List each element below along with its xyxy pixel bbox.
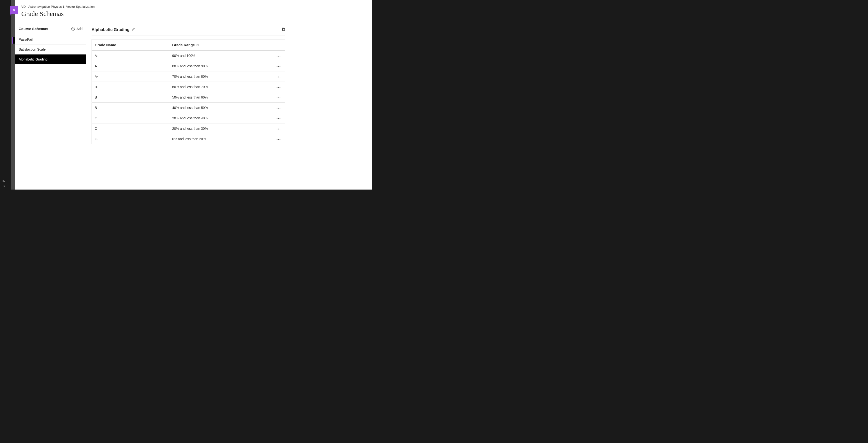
- sidebar-item-schema[interactable]: Alphabetic Grading: [15, 55, 86, 64]
- page-title: Grade Schemas: [21, 10, 366, 18]
- grade-name-cell: A: [92, 61, 169, 71]
- add-schema-button[interactable]: Add: [71, 27, 83, 31]
- svg-point-10: [280, 77, 280, 77]
- grade-name-cell: C-: [92, 134, 169, 144]
- grade-range-cell: 20% and less than 30%: [169, 123, 285, 134]
- table-row: C20% and less than 30%: [92, 123, 285, 134]
- grade-range-text: 40% and less than 50%: [172, 106, 208, 110]
- dots-horizontal-icon: [276, 97, 281, 98]
- copy-icon: [281, 27, 285, 31]
- dots-horizontal-icon: [276, 56, 281, 57]
- svg-point-2: [277, 56, 278, 57]
- svg-point-9: [278, 77, 279, 77]
- grade-table: Grade Name Grade Range % A+90% and 100%A…: [92, 39, 285, 144]
- dots-horizontal-icon: [276, 87, 281, 88]
- row-actions-button[interactable]: [275, 95, 282, 99]
- grade-range-text: 30% and less than 40%: [172, 116, 208, 120]
- grade-name-cell: B-: [92, 103, 169, 113]
- svg-point-25: [280, 129, 280, 129]
- pencil-icon: [131, 27, 135, 31]
- breadcrumb: VD - Astronavigation Physics 1: Vector S…: [21, 5, 366, 8]
- sidebar-item-schema[interactable]: Satisfaction Scale: [15, 44, 86, 55]
- sidebar-item-schema[interactable]: Pass/Fail: [15, 35, 86, 44]
- content-area: Alphabetic Grading: [86, 22, 372, 190]
- svg-point-12: [278, 87, 279, 88]
- panel-shadow: [11, 0, 15, 190]
- row-actions-button[interactable]: [275, 54, 282, 58]
- dots-horizontal-icon: [276, 107, 281, 109]
- grade-range-cell: 40% and less than 50%: [169, 103, 285, 113]
- grade-range-text: 20% and less than 30%: [172, 127, 208, 130]
- svg-point-20: [277, 118, 278, 119]
- content-title: Alphabetic Grading: [92, 27, 130, 32]
- grade-range-cell: 30% and less than 40%: [169, 113, 285, 123]
- table-row: C+30% and less than 40%: [92, 113, 285, 123]
- background-nav-icons: [3, 25, 8, 155]
- grade-name-cell: C+: [92, 113, 169, 123]
- grade-name-cell: C: [92, 123, 169, 134]
- copy-schema-button[interactable]: [281, 27, 285, 32]
- svg-point-14: [277, 98, 278, 98]
- row-actions-button[interactable]: [275, 106, 282, 110]
- svg-point-11: [277, 87, 278, 88]
- grade-range-text: 80% and less than 90%: [172, 64, 208, 68]
- table-row: B50% and less than 60%: [92, 92, 285, 103]
- table-row: A80% and less than 90%: [92, 61, 285, 71]
- svg-point-26: [277, 139, 278, 140]
- grade-range-text: 50% and less than 60%: [172, 95, 208, 99]
- content-header: Alphabetic Grading: [92, 27, 285, 36]
- svg-point-4: [280, 56, 280, 57]
- table-row: B+60% and less than 70%: [92, 82, 285, 92]
- row-actions-button[interactable]: [275, 127, 282, 130]
- svg-rect-1: [283, 29, 285, 31]
- selected-nav-indicator: [12, 37, 15, 43]
- grade-range-cell: 50% and less than 60%: [169, 92, 285, 103]
- close-icon: [12, 8, 16, 12]
- grade-range-text: 0% and less than 20%: [172, 137, 206, 141]
- row-actions-button[interactable]: [275, 116, 282, 120]
- svg-point-23: [277, 129, 278, 129]
- grade-range-text: 60% and less than 70%: [172, 85, 208, 89]
- row-actions-button[interactable]: [275, 74, 282, 78]
- row-actions-button[interactable]: [275, 64, 282, 68]
- svg-point-24: [278, 129, 279, 129]
- sidebar-header: Course Schemas Add: [15, 22, 86, 35]
- svg-point-7: [280, 66, 280, 67]
- row-actions-button[interactable]: [275, 85, 282, 89]
- svg-point-18: [278, 108, 279, 109]
- background-text: Te: [2, 184, 5, 187]
- table-row: C-0% and less than 20%: [92, 134, 285, 144]
- grade-name-cell: A+: [92, 51, 169, 61]
- sidebar: Course Schemas Add Pass/FailSatisfaction…: [15, 22, 86, 190]
- panel-body: Course Schemas Add Pass/FailSatisfaction…: [15, 22, 372, 190]
- svg-point-16: [280, 98, 280, 98]
- table-row: B-40% and less than 50%: [92, 103, 285, 113]
- sidebar-title: Course Schemas: [19, 27, 48, 31]
- svg-point-19: [280, 108, 280, 109]
- dots-horizontal-icon: [276, 128, 281, 130]
- dots-horizontal-icon: [276, 76, 281, 78]
- grade-range-cell: 90% and 100%: [169, 51, 285, 61]
- grade-name-cell: B: [92, 92, 169, 103]
- plus-circle-icon: [71, 27, 75, 31]
- grade-name-cell: A-: [92, 71, 169, 82]
- grade-range-text: 90% and 100%: [172, 54, 195, 58]
- grade-range-cell: 80% and less than 90%: [169, 61, 285, 71]
- grade-range-cell: 0% and less than 20%: [169, 134, 285, 144]
- table-row: A-70% and less than 80%: [92, 71, 285, 82]
- edit-title-button[interactable]: [131, 27, 135, 32]
- column-header-range: Grade Range %: [169, 39, 285, 51]
- panel-header: VD - Astronavigation Physics 1: Vector S…: [15, 0, 372, 22]
- dots-horizontal-icon: [276, 66, 281, 67]
- main-panel: VD - Astronavigation Physics 1: Vector S…: [15, 0, 372, 190]
- add-label: Add: [76, 27, 83, 31]
- sidebar-list: Pass/FailSatisfaction ScaleAlphabetic Gr…: [15, 35, 86, 64]
- column-header-name: Grade Name: [92, 39, 169, 51]
- row-actions-button[interactable]: [275, 137, 282, 141]
- svg-point-3: [278, 56, 279, 57]
- grade-range-cell: 70% and less than 80%: [169, 71, 285, 82]
- close-button[interactable]: [10, 6, 18, 14]
- svg-point-17: [277, 108, 278, 109]
- dots-horizontal-icon: [276, 139, 281, 140]
- svg-point-15: [278, 98, 279, 98]
